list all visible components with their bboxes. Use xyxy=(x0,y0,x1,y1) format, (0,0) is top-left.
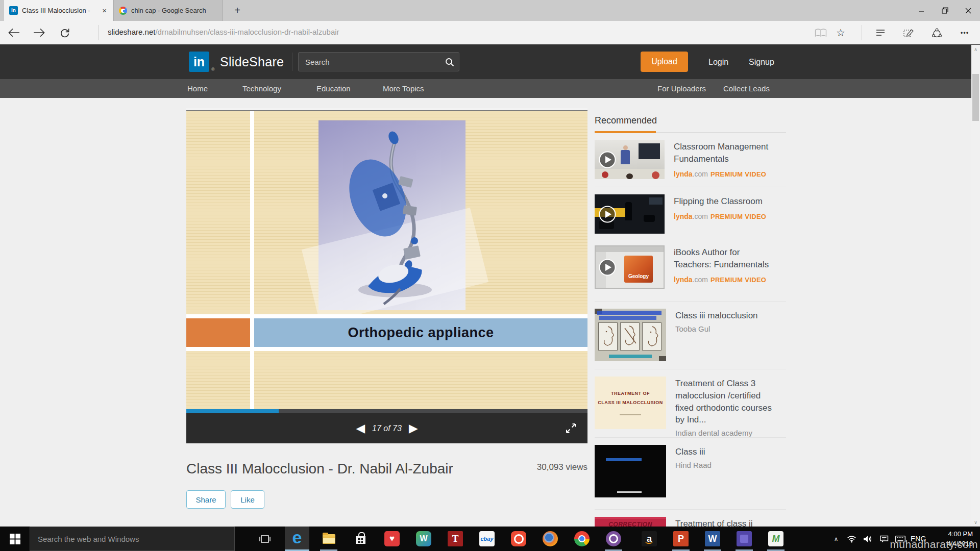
signup-link[interactable]: Signup xyxy=(749,58,774,67)
slide-canvas[interactable]: Orthopedic appliance xyxy=(186,108,587,409)
scrollbar-thumb[interactable] xyxy=(972,74,979,121)
item-author[interactable]: Indian dental academy xyxy=(675,429,780,437)
item-title[interactable]: Classroom Management Fundamentals xyxy=(674,141,778,165)
taskbar-app-store[interactable] xyxy=(348,527,373,551)
premium-badge: PREMIUM VIDEO xyxy=(710,276,766,284)
volume-icon[interactable] xyxy=(860,527,876,551)
thumb-art xyxy=(642,322,662,350)
play-icon[interactable] xyxy=(599,151,616,168)
video-thumbnail[interactable]: Geology xyxy=(595,245,665,289)
refresh-button[interactable] xyxy=(53,21,77,44)
taskbar-app-wondershare[interactable]: W xyxy=(411,527,436,551)
taskbar-app-mapp[interactable]: M xyxy=(764,527,788,551)
start-button[interactable] xyxy=(0,527,30,551)
recommended-item[interactable]: TREATMENT OF CLASS III MALOCCLUSION Trea… xyxy=(595,369,786,438)
slideshow-thumbnail[interactable] xyxy=(595,309,666,361)
registered-mark: ® xyxy=(211,67,215,72)
watermark: muhadharaty.com xyxy=(890,538,978,550)
recommended-item[interactable]: Flipping the Classroom lynda.comPREMIUM … xyxy=(595,187,786,238)
linkedin-logo[interactable]: in xyxy=(189,52,209,72)
play-icon[interactable] xyxy=(599,206,616,223)
taskbar-app-amazon[interactable]: a xyxy=(637,527,662,551)
next-slide-icon[interactable]: ▶ xyxy=(409,422,418,434)
nav-item-education[interactable]: Education xyxy=(316,84,351,93)
thumb-art xyxy=(652,171,659,179)
item-title[interactable]: Treatment of Class 3 malocclusion /certi… xyxy=(675,378,780,426)
page-scrollbar[interactable]: ∧ ∨ xyxy=(971,45,980,527)
minimize-button[interactable] xyxy=(910,0,933,21)
scroll-down-icon[interactable]: ∨ xyxy=(971,518,980,527)
favorites-button[interactable]: ☆ xyxy=(829,21,852,44)
hub-button[interactable] xyxy=(869,21,892,44)
tray-show-hidden-icons-button[interactable]: ∧ xyxy=(828,527,844,551)
previous-slide-icon[interactable]: ◀ xyxy=(356,422,365,434)
like-button[interactable]: Like xyxy=(231,490,264,509)
recommended-item[interactable]: Class iii malocclusion Tooba Gul xyxy=(595,302,786,369)
share-button[interactable] xyxy=(925,21,948,44)
nav-item-technology[interactable]: Technology xyxy=(242,84,281,93)
taskbar-app-word[interactable]: W xyxy=(700,527,725,551)
source-domain: .com xyxy=(693,276,708,284)
nav-item-collect-leads[interactable]: Collect Leads xyxy=(723,84,770,93)
nav-item-for-uploaders[interactable]: For Uploaders xyxy=(657,84,706,93)
address-bar: slideshare.net/drnabilmuhsen/class-iii-m… xyxy=(0,21,980,44)
recommended-item[interactable]: Class iii Hind Raad xyxy=(595,438,786,510)
taskbar-app-gom[interactable] xyxy=(506,527,531,551)
thumb-art xyxy=(596,246,664,252)
minimize-icon xyxy=(918,8,924,14)
taskbar-app-purpleapp[interactable] xyxy=(732,527,756,551)
close-button[interactable] xyxy=(957,0,980,21)
forward-icon xyxy=(33,28,45,37)
item-title[interactable]: Class iii xyxy=(675,446,712,458)
item-texts: Treatment of Class 3 malocclusion /certi… xyxy=(675,377,780,437)
item-title[interactable]: Class iii malocclusion xyxy=(675,310,758,322)
video-thumbnail[interactable] xyxy=(595,140,665,179)
recommended-item[interactable]: Classroom Management Fundamentals lynda.… xyxy=(595,133,786,187)
taskbar-app-ebay[interactable]: ebay xyxy=(475,527,499,551)
premium-badge: PREMIUM VIDEO xyxy=(710,213,766,220)
taskbar-app-firefox[interactable] xyxy=(538,527,562,551)
tab-close-icon[interactable]: × xyxy=(101,6,108,15)
taskbar-app-powerpoint[interactable]: P xyxy=(669,527,693,551)
share-presentation-button[interactable]: Share xyxy=(186,490,226,509)
nav-item-home[interactable]: Home xyxy=(187,84,208,93)
upload-button[interactable]: Upload xyxy=(641,52,688,72)
taskbar-app-edge[interactable]: e xyxy=(285,527,309,551)
taskbar-app-heart[interactable]: ♥ xyxy=(380,527,404,551)
search-submit-button[interactable] xyxy=(444,57,456,68)
more-actions-button[interactable]: ••• xyxy=(953,21,976,44)
play-icon[interactable] xyxy=(599,259,616,276)
item-title[interactable]: iBooks Author for Teachers: Fundamentals xyxy=(674,246,778,271)
taskbar-app-chrome[interactable] xyxy=(570,527,594,551)
video-thumbnail[interactable] xyxy=(595,194,665,234)
fullscreen-button[interactable] xyxy=(566,423,576,436)
slideshare-brand[interactable]: SlideShare xyxy=(220,55,284,69)
taskbar-search-input[interactable] xyxy=(30,535,224,543)
recommended-item[interactable]: Geology iBooks Author for Teachers: Fund… xyxy=(595,238,786,302)
task-view-button[interactable] xyxy=(253,527,277,551)
url-field[interactable]: slideshare.net/drnabilmuhsen/class-iii-m… xyxy=(108,28,339,36)
scroll-up-icon[interactable]: ∧ xyxy=(971,45,980,54)
login-link[interactable]: Login xyxy=(708,58,728,67)
item-author[interactable]: Hind Raad xyxy=(675,461,712,469)
search-input[interactable] xyxy=(299,53,439,71)
taskbar-app-explorer[interactable] xyxy=(316,527,341,551)
back-button[interactable] xyxy=(2,21,26,44)
nav-item-more-topics[interactable]: More Topics xyxy=(383,84,424,93)
tab-google-search[interactable]: chin cap - Google Search xyxy=(113,0,223,21)
forward-button[interactable] xyxy=(28,21,51,44)
amazon-icon: a xyxy=(642,531,657,546)
restore-button[interactable] xyxy=(933,0,957,21)
taskbar-app-viber[interactable] xyxy=(601,527,626,551)
slide-progress-track[interactable] xyxy=(186,409,587,413)
wifi-icon[interactable] xyxy=(843,527,860,551)
web-note-button[interactable] xyxy=(897,21,920,44)
slideshow-thumbnail[interactable] xyxy=(595,445,666,497)
item-title[interactable]: Flipping the Classroom xyxy=(674,195,766,208)
item-author[interactable]: Tooba Gul xyxy=(675,324,758,333)
slide-caption: Orthopedic appliance xyxy=(348,325,494,341)
tab-slideshare[interactable]: in Class III Malocclusion - × xyxy=(4,0,113,21)
taskbar-app-tsoftware[interactable]: T xyxy=(443,527,468,551)
new-tab-button[interactable]: + xyxy=(227,0,248,21)
slideshow-thumbnail[interactable]: TREATMENT OF CLASS III MALOCCLUSION xyxy=(595,377,666,429)
